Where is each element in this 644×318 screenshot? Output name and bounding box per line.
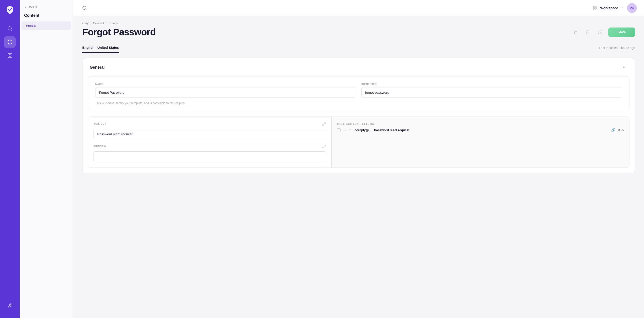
header-right: Workspace PK bbox=[592, 3, 637, 13]
subject-preview-row: SUBJECT PREVIEW bbox=[88, 116, 630, 168]
nav-icon-search[interactable] bbox=[4, 23, 16, 34]
page-title: Forgot Password bbox=[82, 27, 156, 38]
envelope-time: 8:55 bbox=[618, 128, 624, 132]
subject-label: SUBJECT bbox=[94, 122, 106, 125]
trash-icon bbox=[585, 30, 590, 35]
envelope-checkbox[interactable] bbox=[337, 128, 340, 132]
nav-icon-settings[interactable] bbox=[4, 300, 16, 312]
top-header: Workspace PK bbox=[73, 0, 644, 16]
workspace-icon bbox=[592, 5, 598, 11]
subject-column: SUBJECT PREVIEW bbox=[88, 117, 332, 168]
page-title-row: Forgot Password Save bbox=[82, 27, 635, 38]
preview-field-header: PREVIEW bbox=[94, 145, 326, 150]
svg-rect-10 bbox=[574, 32, 577, 34]
envelope-subject: Password reset request bbox=[374, 128, 605, 132]
envelope-label: ENVELOPE EMAIL PREVIEW bbox=[337, 123, 374, 126]
search-button[interactable] bbox=[80, 4, 88, 12]
identifier-group: IDENTIFIER bbox=[361, 83, 622, 98]
breadcrumb-sep-2: / bbox=[106, 22, 107, 25]
name-label: NAME bbox=[95, 83, 356, 86]
breadcrumb: Clay / Content / Emails / bbox=[82, 22, 635, 25]
svg-rect-3 bbox=[10, 56, 12, 58]
copy-button[interactable] bbox=[571, 28, 580, 37]
collapse-button[interactable] bbox=[620, 64, 628, 71]
general-card: General NAME IDENTIFIER bbox=[82, 58, 635, 173]
name-input[interactable] bbox=[95, 87, 356, 98]
envelope-dash: - bbox=[607, 128, 608, 132]
avatar[interactable]: PK bbox=[627, 3, 637, 13]
last-modified: Last modified 8 hours ago bbox=[599, 46, 635, 50]
nav-icon-templates[interactable] bbox=[4, 50, 16, 61]
svg-rect-8 bbox=[596, 8, 597, 10]
envelope-preview-column: ENVELOPE EMAIL PREVIEW ☆ ↷ noreply@... P… bbox=[332, 117, 629, 168]
history-button[interactable] bbox=[596, 28, 605, 37]
chevron-up-icon bbox=[622, 65, 626, 69]
svg-rect-9 bbox=[594, 8, 595, 10]
chevron-left-icon bbox=[24, 6, 27, 9]
workspace-label: Workspace bbox=[600, 6, 618, 10]
envelope-from: noreply@... bbox=[354, 128, 372, 132]
name-identifier-row: NAME IDENTIFIER bbox=[95, 83, 622, 98]
breadcrumb-emails[interactable]: Emails bbox=[108, 22, 118, 25]
tab-english-us[interactable]: English - United States bbox=[82, 43, 119, 53]
chevron-down-icon bbox=[620, 6, 624, 10]
breadcrumb-sep-3: / bbox=[120, 22, 120, 25]
envelope-attachment-icon: 🔗 bbox=[611, 128, 616, 132]
envelope-arrow-icon: ↷ bbox=[349, 128, 352, 132]
preview-expand-icon[interactable] bbox=[322, 145, 326, 150]
nav-icon-content[interactable] bbox=[4, 36, 16, 48]
tab-bar: English - United States Last modified 8 … bbox=[82, 43, 635, 53]
general-section-title: General bbox=[90, 65, 105, 70]
icon-sidebar bbox=[0, 0, 20, 318]
breadcrumb-sep-1: / bbox=[90, 22, 91, 25]
svg-rect-4 bbox=[8, 56, 10, 58]
preview-input[interactable] bbox=[94, 152, 326, 162]
page-content: Clay / Content / Emails / Forgot Passwor… bbox=[73, 16, 644, 318]
name-group: NAME bbox=[95, 83, 356, 98]
svg-rect-7 bbox=[596, 6, 597, 8]
breadcrumb-clay[interactable]: Clay bbox=[82, 22, 88, 25]
back-button[interactable]: BACK bbox=[20, 4, 73, 10]
save-button[interactable]: Save bbox=[608, 28, 635, 37]
content-sidebar: BACK Content Emails bbox=[20, 0, 73, 318]
title-actions: Save bbox=[571, 28, 635, 37]
svg-rect-1 bbox=[8, 54, 10, 55]
preview-field-area: PREVIEW bbox=[94, 145, 326, 162]
identifier-input[interactable] bbox=[361, 87, 622, 98]
delete-button[interactable] bbox=[583, 28, 592, 37]
main-content: Workspace PK Clay / Content / Emails / F… bbox=[73, 0, 644, 318]
sidebar-section-title: Content bbox=[20, 12, 73, 22]
envelope-preview-item: ☆ ↷ noreply@... Password reset request -… bbox=[337, 126, 624, 134]
breadcrumb-content[interactable]: Content bbox=[93, 22, 104, 25]
name-help-text: This is used to identify your template, … bbox=[95, 101, 622, 105]
back-label: BACK bbox=[29, 5, 37, 9]
general-card-header: General bbox=[82, 58, 635, 76]
clock-icon bbox=[598, 30, 603, 35]
subject-expand-icon[interactable] bbox=[322, 122, 326, 127]
app-logo bbox=[4, 4, 16, 16]
workspace-button[interactable]: Workspace bbox=[592, 5, 624, 11]
envelope-star-icon: ☆ bbox=[343, 128, 346, 132]
copy-icon bbox=[573, 30, 578, 35]
svg-rect-6 bbox=[594, 6, 595, 8]
preview-label: PREVIEW bbox=[94, 145, 106, 148]
name-identifier-card: NAME IDENTIFIER This is used to identify… bbox=[88, 76, 630, 111]
nav-icons bbox=[4, 23, 16, 300]
identifier-label: IDENTIFIER bbox=[361, 83, 622, 86]
svg-rect-2 bbox=[10, 54, 12, 55]
search-icon bbox=[82, 6, 87, 10]
subject-field-header: SUBJECT bbox=[94, 122, 326, 127]
sidebar-item-emails[interactable]: Emails bbox=[22, 22, 71, 30]
subject-input[interactable] bbox=[94, 129, 326, 139]
